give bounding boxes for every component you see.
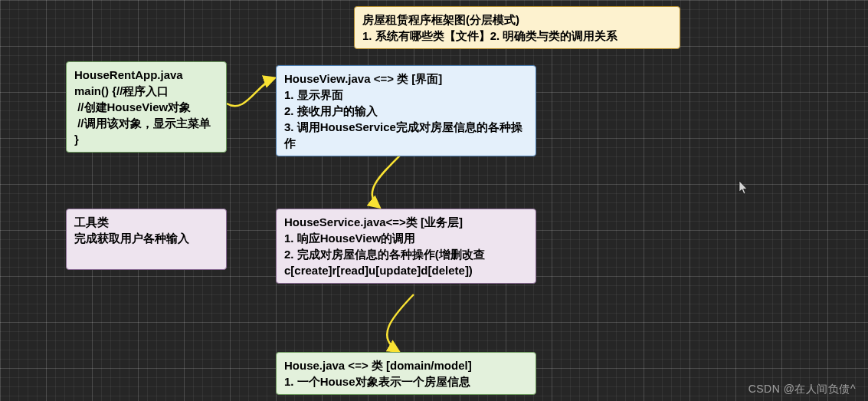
node-house-model[interactable]: House.java <=> 类 [domain/model] 1. 一个Hou… (276, 352, 536, 395)
arrow-view-to-service (372, 150, 406, 207)
node-util[interactable]: 工具类 完成获取用户各种输入 (66, 209, 227, 270)
arrow-service-to-model (387, 294, 414, 351)
node-house-rent-app[interactable]: HouseRentApp.java main() {//程序入口 //创建Hou… (66, 61, 227, 153)
diagram-canvas[interactable]: 房屋租赁程序框架图(分层模式) 1. 系统有哪些类【文件】2. 明确类与类的调用… (0, 0, 868, 401)
arrow-app-to-view (227, 78, 274, 106)
watermark-text: CSDN @在人间负债^ (748, 383, 856, 396)
title-box[interactable]: 房屋租赁程序框架图(分层模式) 1. 系统有哪些类【文件】2. 明确类与类的调用… (354, 6, 680, 49)
node-house-view[interactable]: HouseView.java <=> 类 [界面] 1. 显示界面 2. 接收用… (276, 65, 536, 156)
node-house-service[interactable]: HouseService.java<=>类 [业务层] 1. 响应HouseVi… (276, 209, 536, 284)
arrow-layer (0, 0, 868, 401)
mouse-cursor-icon (739, 180, 749, 196)
